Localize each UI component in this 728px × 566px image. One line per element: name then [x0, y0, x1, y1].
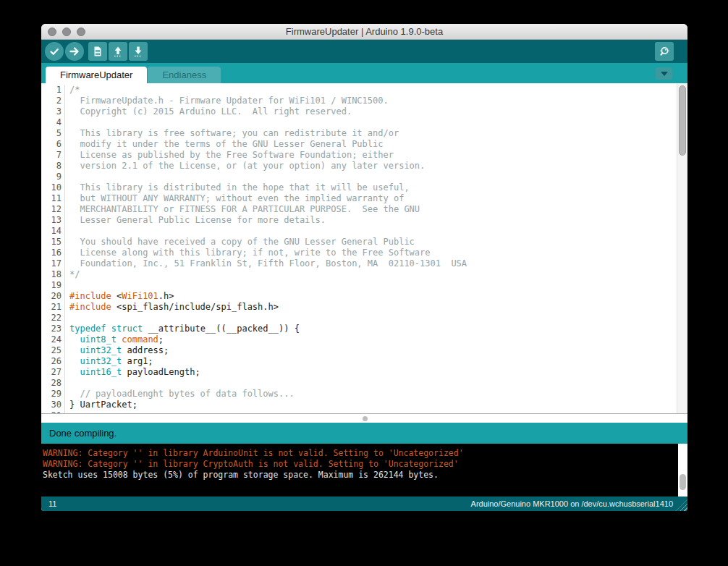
open-sketch-button[interactable]: [109, 42, 127, 61]
code-line: 7 License as published by the Free Softw…: [41, 150, 677, 161]
upload-button[interactable]: [65, 42, 84, 61]
editor-scrollbar[interactable]: [677, 83, 687, 413]
code-line: 26 uint32_t arg1;: [41, 356, 677, 367]
tab-endianess[interactable]: Endianess: [148, 67, 221, 83]
status-bar: Done compiling.: [41, 423, 687, 444]
resize-grip[interactable]: [676, 499, 687, 511]
code-line: 18*/: [41, 269, 677, 280]
code-line: 25 uint32_t address;: [41, 345, 677, 356]
code-line: 24 uint8_t command;: [41, 334, 677, 345]
code-line: 28: [41, 378, 677, 389]
window-title: FirmwareUpdater | Arduino 1.9.0-beta: [41, 26, 687, 37]
console-line: WARNING: Category '' in library ArduinoU…: [43, 448, 677, 459]
verify-button[interactable]: [45, 42, 64, 61]
serial-monitor-button[interactable]: [655, 42, 674, 61]
code-line: 21#include <spi_flash/include/spi_flash.…: [41, 302, 677, 313]
status-message: Done compiling.: [49, 428, 117, 439]
code-line: 16 License along with this library; if n…: [41, 248, 677, 258]
check-icon: [47, 44, 62, 59]
console-scrollbar[interactable]: [678, 444, 687, 497]
tab-label: Endianess: [162, 69, 206, 80]
footer-status-bar: 11 Arduino/Genuino MKR1000 on /dev/cu.wc…: [41, 497, 687, 511]
code-line: 4: [41, 117, 677, 128]
code-line: 23typedef struct __attribute__((__packed…: [41, 324, 677, 334]
code-line: 6 modify it under the terms of the GNU L…: [41, 139, 677, 150]
code-line: 10 This library is distributed in the ho…: [41, 182, 677, 193]
code-line: 27 uint16_t payloadLength;: [41, 367, 677, 378]
code-line: 5 This library is free software; you can…: [41, 128, 677, 139]
pane-splitter[interactable]: [41, 413, 687, 423]
tab-menu-button[interactable]: [656, 67, 672, 80]
window-controls: [48, 28, 85, 36]
code-line: 29 // payloadLenght bytes of data follow…: [41, 389, 677, 400]
tab-label: FirmwareUpdater: [60, 69, 132, 80]
code-editor[interactable]: 1/*2 FirmwareUpdate.h - Firmware Updater…: [41, 83, 687, 413]
chevron-down-icon: [661, 72, 668, 76]
code-line: 30} UartPacket;: [41, 400, 677, 410]
code-line: 9: [41, 172, 677, 182]
code-line: 8 version 2.1 of the License, or (at you…: [41, 161, 677, 172]
code-line: 3 Copyright (c) 2015 Arduino LLC. All ri…: [41, 106, 677, 117]
document-icon: [90, 44, 105, 59]
code-line: 2 FirmwareUpdate.h - Firmware Updater fo…: [41, 96, 677, 106]
code-line: 14: [41, 226, 677, 237]
splitter-handle-icon: [363, 416, 368, 421]
arduino-ide-window: FirmwareUpdater | Arduino 1.9.0-beta: [41, 24, 687, 511]
code-line: 1/*: [41, 85, 677, 96]
code-line: 19: [41, 280, 677, 291]
tab-firmwareupdater[interactable]: FirmwareUpdater: [46, 67, 147, 83]
title-bar: FirmwareUpdater | Arduino 1.9.0-beta: [41, 24, 687, 40]
minimize-button[interactable]: [62, 28, 71, 36]
editor-scrollbar-thumb[interactable]: [679, 85, 686, 156]
zoom-button[interactable]: [77, 28, 85, 36]
current-line-indicator: 11: [48, 499, 56, 508]
tab-bar: FirmwareUpdater Endianess: [41, 63, 687, 83]
code-line: 17 Foundation, Inc., 51 Franklin St, Fif…: [41, 258, 677, 269]
code-line: 22: [41, 313, 677, 324]
code-line: 13 Lesser General Public License for mor…: [41, 215, 677, 226]
console-scrollbar-thumb[interactable]: [680, 474, 686, 490]
arrow-down-icon: [131, 44, 145, 59]
board-port-info: Arduino/Genuino MKR1000 on /dev/cu.wchus…: [471, 499, 673, 508]
console-lines: WARNING: Category '' in library ArduinoU…: [43, 448, 677, 481]
code-line: 11 but WITHOUT ANY WARRANTY; without eve…: [41, 193, 677, 204]
new-sketch-button[interactable]: [88, 42, 107, 61]
code-line: 15 You should have received a copy of th…: [41, 237, 677, 248]
console-output: WARNING: Category '' in library ArduinoU…: [41, 444, 687, 497]
console-line: WARNING: Category '' in library CryptoAu…: [43, 459, 677, 470]
console-line: Sketch uses 15008 bytes (5%) of program …: [43, 470, 677, 481]
code-line: 12 MERCHANTABILITY or FITNESS FOR A PART…: [41, 204, 677, 215]
code-lines: 1/*2 FirmwareUpdate.h - Firmware Updater…: [41, 85, 677, 413]
magnifier-icon: [657, 44, 672, 59]
arrow-right-icon: [67, 44, 82, 59]
close-button[interactable]: [48, 28, 56, 36]
save-sketch-button[interactable]: [129, 42, 148, 61]
arrow-up-icon: [111, 44, 125, 59]
code-line: 20#include <WiFi101.h>: [41, 291, 677, 302]
toolbar: [41, 40, 687, 63]
